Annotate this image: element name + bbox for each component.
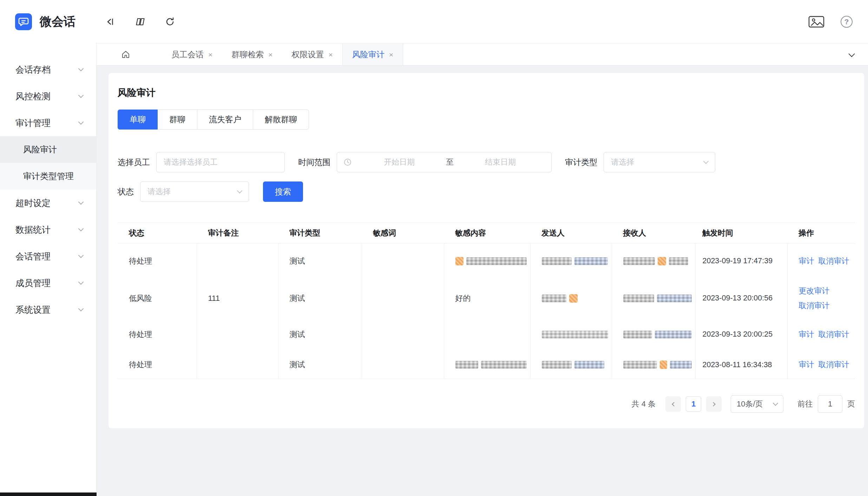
main-area: 员工会话 × 群聊检索 × 权限设置 × 风险审计 ×: [97, 43, 868, 496]
sensitive-word-cell: [362, 279, 444, 318]
close-icon[interactable]: ×: [329, 51, 333, 58]
refresh-button[interactable]: [163, 14, 177, 29]
sidebar-item-risk-detection[interactable]: 风控检测: [0, 83, 96, 110]
chevron-down-icon: [78, 66, 84, 71]
trigger-time-cell: 2023-09-13 20:00:25: [695, 318, 787, 351]
filter-row-2: 状态 请选择 搜索: [118, 181, 855, 202]
redacted-name: [542, 361, 572, 369]
pagination-next-button[interactable]: [706, 396, 722, 412]
trigger-time-cell: 2023-08-11 16:34:38: [695, 351, 787, 379]
change-audit-link[interactable]: 更改审计: [799, 286, 852, 296]
close-icon[interactable]: ×: [208, 51, 212, 58]
sidebar-item-data-statistics[interactable]: 数据统计: [0, 216, 96, 243]
date-range-picker[interactable]: 开始日期 至 结束日期: [337, 152, 552, 172]
cancel-audit-link[interactable]: 取消审计: [818, 359, 849, 370]
employee-select-input[interactable]: [156, 152, 285, 172]
tabs-manager-button[interactable]: [132, 14, 148, 29]
pagination-prev-button[interactable]: [665, 396, 681, 412]
audit-type-cell: 测试: [278, 244, 362, 279]
goto-page-input[interactable]: [818, 395, 842, 413]
sensitive-word-cell: [362, 244, 444, 279]
sidebar-bottom-bar: [0, 492, 97, 496]
content-area: 风险审计 单聊 群聊 流失客户 解散群聊 选择员工 时间范围: [97, 66, 868, 496]
collapse-sidebar-button[interactable]: [103, 14, 118, 29]
home-tab-button[interactable]: [120, 48, 132, 60]
close-icon[interactable]: ×: [389, 51, 393, 58]
sidebar-item-session-management[interactable]: 会话管理: [0, 243, 96, 270]
page-size-select[interactable]: 10条/页: [731, 395, 783, 413]
remark-cell: [197, 318, 278, 351]
tab-label: 风险审计: [352, 49, 384, 60]
chat-type-single[interactable]: 单聊: [118, 110, 158, 130]
sensitive-content-cell: [444, 351, 530, 379]
cancel-audit-link[interactable]: 取消审计: [799, 300, 852, 311]
cancel-audit-link[interactable]: 取消审计: [818, 256, 849, 266]
tab-group-chat-search[interactable]: 群聊检索 ×: [222, 44, 282, 65]
trigger-time-cell: 2023-09-13 20:00:56: [695, 279, 787, 318]
app-logo-icon: [15, 13, 32, 30]
status-cell: 待处理: [118, 351, 197, 379]
status-cell: 低风险: [118, 279, 197, 318]
redacted-text: [455, 361, 478, 369]
tab-permission-settings[interactable]: 权限设置 ×: [282, 44, 342, 65]
chevron-right-icon: [711, 402, 716, 406]
tab-employee-session[interactable]: 员工会话 ×: [162, 44, 222, 65]
sidebar-item-audit-type-management[interactable]: 审计类型管理: [0, 163, 96, 190]
sidebar-item-label: 会话存档: [15, 64, 51, 75]
status-select[interactable]: 请选择: [140, 181, 249, 202]
search-button[interactable]: 搜索: [263, 181, 303, 202]
sidebar-item-timeout-settings[interactable]: 超时设定: [0, 190, 96, 216]
chat-type-disbanded-group[interactable]: 解散群聊: [253, 110, 309, 130]
date-separator: 至: [444, 157, 456, 167]
sidebar-item-session-archive[interactable]: 会话存档: [0, 56, 96, 83]
chevron-down-icon: [237, 188, 243, 193]
sidebar: 会话存档 风控检测 审计管理 风险审计 审计类型管理 超时设定 数据统计: [0, 43, 97, 496]
redacted-name: [669, 257, 688, 265]
sender-cell: [530, 279, 612, 318]
audit-link[interactable]: 审计: [799, 329, 814, 340]
start-date-placeholder[interactable]: 开始日期: [355, 157, 444, 167]
receiver-cell: [612, 244, 695, 279]
end-date-placeholder[interactable]: 结束日期: [456, 157, 545, 167]
audit-type-select[interactable]: 请选择: [604, 152, 715, 172]
sender-cell: [530, 351, 612, 379]
status-label: 状态: [118, 186, 134, 197]
sidebar-item-audit-management[interactable]: 审计管理: [0, 110, 96, 136]
remark-cell: [197, 244, 278, 279]
redacted-text: [466, 257, 526, 265]
column-header-sender: 发送人: [530, 223, 612, 244]
filter-row-1: 选择员工 时间范围 开始日期 至 结束日期 审计类型 请选择: [118, 152, 855, 172]
employee-label: 选择员工: [118, 157, 150, 168]
sidebar-item-label: 成员管理: [15, 277, 51, 289]
redacted-mention: [670, 361, 691, 369]
tabs-dropdown-button[interactable]: [846, 48, 857, 61]
chevron-down-icon: [78, 306, 84, 311]
chevron-down-icon: [78, 226, 84, 231]
image-preview-button[interactable]: [806, 13, 827, 31]
tab-risk-audit[interactable]: 风险审计 ×: [342, 44, 403, 65]
sidebar-item-system-settings[interactable]: 系统设置: [0, 296, 96, 323]
pagination-page-1[interactable]: 1: [686, 396, 701, 412]
sidebar-item-label: 风险审计: [23, 144, 57, 155]
chat-type-group[interactable]: 群聊: [157, 110, 197, 130]
sensitive-word-cell: [362, 318, 444, 351]
sidebar-item-label: 审计类型管理: [23, 171, 74, 182]
audit-link[interactable]: 审计: [799, 256, 814, 266]
redacted-text: [481, 361, 527, 369]
tags-icon: [134, 16, 146, 27]
sidebar-item-member-management[interactable]: 成员管理: [0, 270, 96, 296]
audit-type-cell: 测试: [278, 318, 362, 351]
close-icon[interactable]: ×: [268, 51, 272, 58]
redacted-emoji: [569, 294, 578, 303]
sidebar-item-risk-audit[interactable]: 风险审计: [0, 136, 96, 163]
help-button[interactable]: ?: [841, 16, 853, 28]
refresh-icon: [165, 16, 175, 27]
pagination-total: 共 4 条: [632, 399, 656, 409]
redacted-mention: [655, 331, 692, 338]
redacted-mention: [574, 361, 604, 369]
app-window: 微会话: [0, 0, 868, 496]
audit-link[interactable]: 审计: [799, 359, 814, 370]
cancel-audit-link[interactable]: 取消审计: [818, 329, 849, 340]
redacted-name: [542, 331, 608, 338]
chat-type-lost-customer[interactable]: 流失客户: [197, 110, 253, 130]
